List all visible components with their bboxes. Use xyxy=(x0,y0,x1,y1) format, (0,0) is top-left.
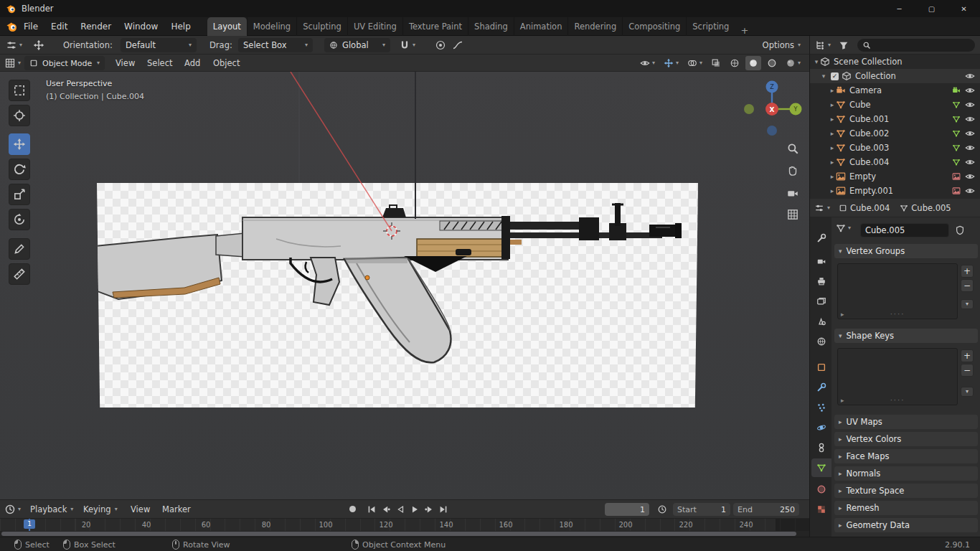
timeline-menu-keying[interactable]: Keying▾ xyxy=(83,500,118,519)
expand-arrow-icon[interactable]: ▸ xyxy=(829,159,836,166)
panel-uv-maps[interactable]: ▸ UV Maps xyxy=(834,415,978,429)
pan-button[interactable] xyxy=(785,163,801,179)
jump-start-button[interactable] xyxy=(364,502,378,516)
tab-scene[interactable] xyxy=(811,312,831,331)
tool-transform-button[interactable] xyxy=(9,209,30,230)
minimize-button[interactable]: ─ xyxy=(883,0,915,17)
tab-object[interactable] xyxy=(811,358,831,377)
outliner-search[interactable] xyxy=(857,39,975,52)
viewport-menu-add[interactable]: Add xyxy=(178,55,207,72)
panel-vertex-groups[interactable]: ▾ Vertex Groups xyxy=(834,244,978,258)
outliner-row-cube004[interactable]: ▸ Cube.004 xyxy=(810,155,980,169)
eye-icon[interactable] xyxy=(965,128,975,138)
show-object-types-dropdown[interactable]: ▾ xyxy=(637,56,658,70)
tab-modeling[interactable]: Modeling xyxy=(247,17,296,36)
outliner-row-cube[interactable]: ▸ Cube xyxy=(810,98,980,112)
tab-particles[interactable] xyxy=(811,398,831,417)
eye-icon[interactable] xyxy=(965,71,975,81)
tab-compositing[interactable]: Compositing xyxy=(622,17,686,36)
tab-layout[interactable]: Layout xyxy=(207,17,247,36)
shading-rendered-button[interactable]: ▾ xyxy=(783,56,804,70)
scrollbar-thumb[interactable] xyxy=(1,532,796,536)
tool-cursor-button[interactable] xyxy=(9,105,30,126)
timeline-editor-selector[interactable]: ▾ xyxy=(4,500,21,519)
outliner-row-cube002[interactable]: ▸ Cube.002 xyxy=(810,126,980,141)
breadcrumb-object[interactable]: Cube.004 xyxy=(850,203,890,213)
eye-icon[interactable] xyxy=(965,186,975,196)
add-vertex-group-button[interactable]: + xyxy=(961,265,974,278)
eye-icon[interactable] xyxy=(965,85,975,95)
outliner-row-camera[interactable]: ▸ Camera xyxy=(810,83,980,98)
navigation-gizmo[interactable]: Z Y X xyxy=(738,77,806,146)
menu-file[interactable]: File xyxy=(17,17,44,36)
expand-arrow-icon[interactable]: ▸ xyxy=(829,187,836,194)
tab-uv-editing[interactable]: UV Editing xyxy=(347,17,402,36)
list-resize-grip[interactable]: ···· xyxy=(838,310,957,319)
timeline-ruler[interactable]: 20 40 60 80 100 120 140 160 180 200 220 … xyxy=(0,518,809,531)
collection-checkbox[interactable]: ✓ xyxy=(831,72,839,80)
expand-arrow-icon[interactable]: ▸ xyxy=(829,144,836,151)
snap-toggle[interactable]: ▾ xyxy=(399,36,415,55)
vertex-group-specials-button[interactable]: ▾ xyxy=(961,299,974,309)
shading-wireframe-button[interactable] xyxy=(727,56,743,70)
play-button[interactable] xyxy=(407,502,421,516)
tool-measure-button[interactable] xyxy=(9,263,30,285)
drag-dropdown[interactable]: Select Box ▾ xyxy=(238,38,313,52)
remove-vertex-group-button[interactable]: − xyxy=(961,279,974,292)
tab-material[interactable] xyxy=(811,480,831,499)
tab-physics[interactable] xyxy=(811,418,831,437)
current-frame-field[interactable]: 1 xyxy=(605,503,649,516)
transform-orientation-dropdown[interactable]: Global ▾ xyxy=(324,38,390,52)
panel-normals[interactable]: ▸ Normals xyxy=(834,466,978,481)
falloff-curve-icon[interactable] xyxy=(452,39,463,51)
tab-tool[interactable] xyxy=(811,229,831,248)
collapse-arrow-icon[interactable]: ▾ xyxy=(813,58,820,65)
editor-type-selector[interactable]: ▾ xyxy=(6,36,22,55)
eye-icon[interactable] xyxy=(965,143,975,153)
panel-geometry-data[interactable]: ▸ Geometry Data xyxy=(834,518,978,532)
eye-icon[interactable] xyxy=(965,100,975,110)
tab-render[interactable] xyxy=(811,252,831,270)
outliner-search-input[interactable] xyxy=(874,41,978,50)
outliner-row-empty001[interactable]: ▸ Empty.001 xyxy=(810,184,980,198)
next-keyframe-button[interactable] xyxy=(422,502,435,516)
tab-rendering[interactable]: Rendering xyxy=(567,17,622,36)
add-shape-key-button[interactable]: + xyxy=(961,349,974,362)
tab-object-data[interactable] xyxy=(811,458,831,477)
tab-animation[interactable]: Animation xyxy=(514,17,568,36)
expand-arrow-icon[interactable]: ▸ xyxy=(829,130,836,137)
tab-output[interactable] xyxy=(811,272,831,291)
timeline-menu-playback[interactable]: Playback▾ xyxy=(30,500,73,519)
tab-shading[interactable]: Shading xyxy=(468,17,514,36)
orientation-dropdown[interactable]: Default ▾ xyxy=(121,38,197,52)
shading-solid-button[interactable] xyxy=(745,56,761,70)
outliner-row-cube003[interactable]: ▸ Cube.003 xyxy=(810,141,980,155)
tab-texture-paint[interactable]: Texture Paint xyxy=(402,17,468,36)
mesh-name-input[interactable] xyxy=(860,223,949,237)
tool-scale-button[interactable] xyxy=(9,184,30,205)
add-workspace-button[interactable]: + xyxy=(735,25,754,36)
filter-icon[interactable] xyxy=(839,40,849,50)
outliner-editor-selector[interactable]: ▾ xyxy=(814,36,831,55)
properties-editor-icon[interactable] xyxy=(814,203,824,213)
close-button[interactable]: ✕ xyxy=(948,0,980,17)
tab-modifiers[interactable] xyxy=(811,378,831,397)
timeline-menu-view[interactable]: View xyxy=(131,500,150,519)
maximize-button[interactable]: ▢ xyxy=(915,0,948,17)
tab-world[interactable] xyxy=(811,332,831,351)
shape-key-specials-button[interactable]: ▾ xyxy=(961,387,974,397)
frame-end-field[interactable]: End 250 xyxy=(733,503,799,516)
fake-user-shield-icon[interactable] xyxy=(955,225,965,235)
play-reverse-button[interactable] xyxy=(393,502,407,516)
prev-keyframe-button[interactable] xyxy=(379,502,392,516)
tool-annotate-button[interactable] xyxy=(9,238,30,260)
tab-constraints[interactable] xyxy=(811,438,831,457)
active-tool-move-icon[interactable] xyxy=(33,39,44,51)
auto-key-record-button[interactable] xyxy=(346,502,359,516)
tab-texture[interactable] xyxy=(811,500,831,519)
shape-keys-list[interactable]: ▸ ···· xyxy=(837,348,958,405)
expand-arrow-icon[interactable]: ▸ xyxy=(829,116,836,123)
panel-remesh[interactable]: ▸ Remesh xyxy=(834,501,978,515)
eye-icon[interactable] xyxy=(965,171,975,182)
panel-face-maps[interactable]: ▸ Face Maps xyxy=(834,449,978,463)
